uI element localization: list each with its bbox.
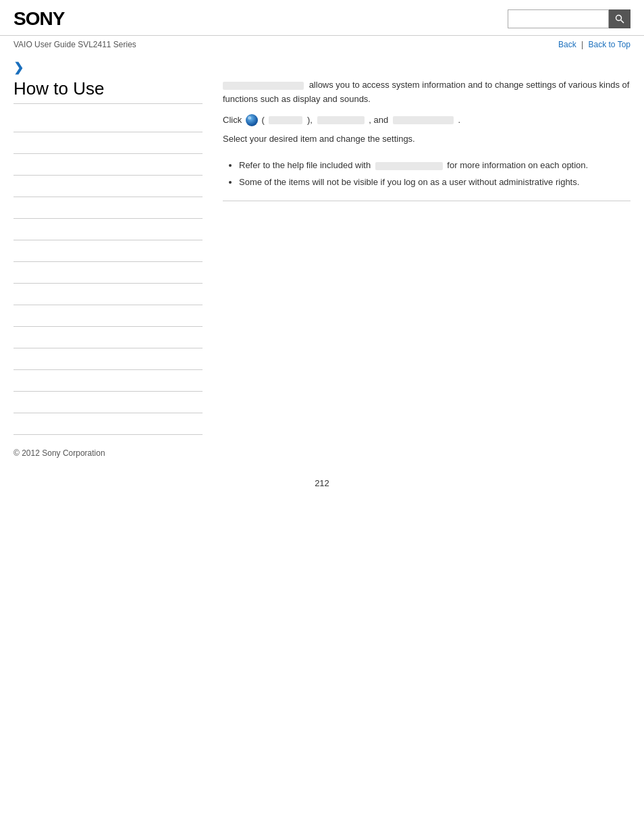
list-item — [14, 176, 203, 197]
list-item: Some of the items will not be visible if… — [239, 176, 630, 190]
svg-line-1 — [621, 20, 624, 24]
list-item — [14, 132, 203, 154]
breadcrumb-area: ❯ — [0, 53, 644, 78]
list-item — [14, 219, 203, 240]
content-area: allows you to access system information … — [216, 78, 630, 435]
list-item — [14, 370, 203, 392]
list-item — [14, 262, 203, 284]
back-to-top-link[interactable]: Back to Top — [589, 40, 630, 49]
placeholder-start-btn — [269, 116, 302, 124]
list-item — [14, 392, 203, 413]
note-section: Refer to the help file included with for… — [223, 159, 630, 201]
placeholder-app-name-2 — [393, 116, 454, 124]
search-button[interactable] — [609, 9, 630, 28]
step1-click-label: Click — [223, 115, 242, 125]
list-item — [14, 413, 203, 435]
list-item — [14, 305, 203, 327]
step-2: Select your desired item and change the … — [223, 132, 630, 147]
placeholder-programs — [317, 116, 365, 124]
list-item: Refer to the help file included with for… — [239, 159, 630, 173]
list-item — [14, 327, 203, 348]
step1-open-paren: ( — [261, 115, 264, 125]
placeholder-app-name-note — [375, 162, 443, 170]
search-icon — [615, 14, 624, 24]
sony-logo: SONY — [14, 8, 64, 30]
nav-links: Back | Back to Top — [558, 40, 630, 49]
list-item — [14, 154, 203, 176]
search-box — [508, 9, 630, 28]
list-item — [14, 240, 203, 262]
search-input[interactable] — [508, 9, 609, 28]
step-1: Click ( ), , and . — [223, 113, 630, 128]
list-item — [14, 111, 203, 132]
footer: © 2012 Sony Corporation — [0, 435, 644, 465]
sidebar: How to Use — [14, 78, 216, 435]
back-link[interactable]: Back — [558, 40, 576, 49]
note-2-text: Some of the items will not be visible if… — [239, 177, 579, 187]
step1-period: . — [458, 115, 460, 125]
note-list: Refer to the help file included with for… — [223, 159, 630, 190]
sidebar-title: How to Use — [14, 78, 203, 104]
page-number: 212 — [0, 478, 644, 495]
header: SONY — [0, 0, 644, 36]
list-item — [14, 348, 203, 370]
step1-close-paren: ), — [307, 115, 313, 125]
intro-paragraph: allows you to access system information … — [223, 78, 630, 107]
sidebar-items — [14, 111, 203, 435]
nav-separator: | — [581, 40, 583, 49]
nav-bar: VAIO User Guide SVL2411 Series Back | Ba… — [0, 36, 644, 53]
svg-point-0 — [616, 16, 622, 21]
globe-icon — [246, 114, 258, 126]
step1-and: , and — [369, 115, 388, 125]
list-item — [14, 197, 203, 219]
chevron-icon: ❯ — [14, 61, 24, 74]
placeholder-app-name — [223, 82, 304, 90]
guide-title: VAIO User Guide SVL2411 Series — [14, 40, 136, 49]
main-content: How to Use allows you to access system i… — [0, 78, 644, 435]
step1-text: Click ( ), , and . — [223, 113, 460, 128]
step2-text: Select your desired item and change the … — [223, 132, 415, 147]
list-item — [14, 284, 203, 305]
copyright-text: © 2012 Sony Corporation — [14, 448, 105, 458]
